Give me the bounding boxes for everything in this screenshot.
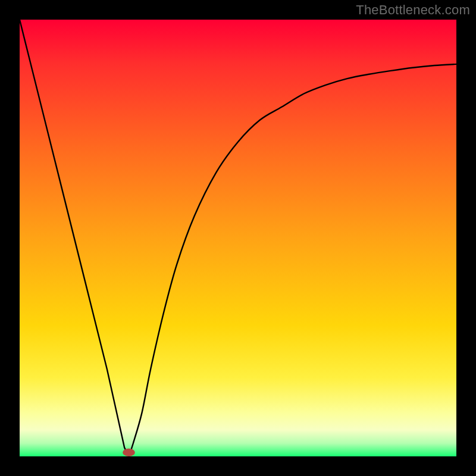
plot-area <box>20 20 456 456</box>
attribution-watermark: TheBottleneck.com <box>356 2 470 18</box>
minimum-marker <box>123 449 135 456</box>
curve-right-branch <box>129 64 457 456</box>
chart-frame: TheBottleneck.com <box>0 0 476 476</box>
bottleneck-curve <box>20 20 456 456</box>
curve-left-branch <box>20 20 129 456</box>
